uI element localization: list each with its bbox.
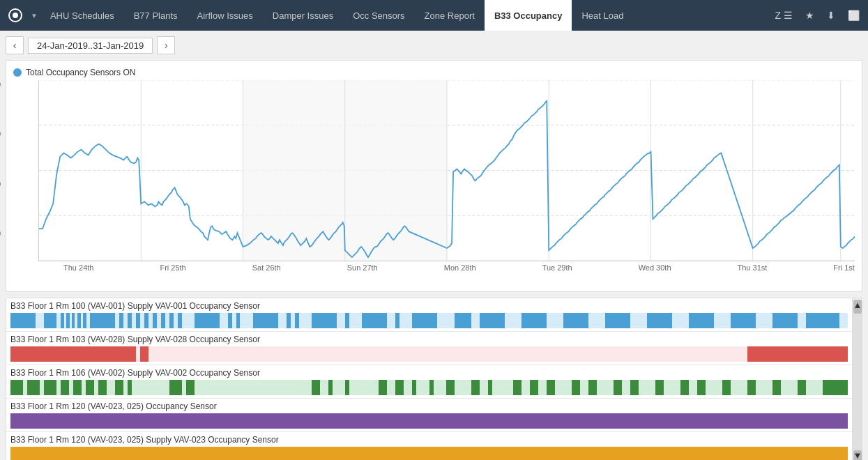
gantt-segment <box>61 380 69 395</box>
legend-dot <box>13 68 22 77</box>
gantt-segment <box>228 313 232 328</box>
gantt-row: B33 Floor 1 Rm 120 (VAV-023, 025) Supply… <box>6 432 852 460</box>
gantt-segment <box>379 380 387 395</box>
gantt-segment <box>10 346 136 362</box>
gantt-segment <box>345 380 349 395</box>
layout-icon[interactable]: ⬜ <box>842 0 865 31</box>
gantt-segment <box>169 380 182 395</box>
chart-panel: Total Occupancy Sensors ON 40 30 20 10 0 <box>6 60 862 292</box>
gantt-segment <box>115 380 123 395</box>
x-axis-labels: Thu 24th Fri 25th Sat 26th Sun 27th Mon … <box>38 263 855 272</box>
gantt-segment <box>236 313 240 328</box>
gantt-segment <box>161 313 165 328</box>
chart-area <box>38 80 855 261</box>
gantt-segment <box>44 380 56 395</box>
gantt-segment <box>614 380 622 395</box>
gantt-row: B33 Floor 1 Rm 103 (VAV-028) Supply VAV-… <box>6 332 852 365</box>
gantt-segment <box>287 313 291 328</box>
gantt-segment <box>119 313 123 328</box>
gantt-segment <box>563 313 588 328</box>
prev-date-btn[interactable]: ‹ <box>6 36 24 54</box>
gantt-row-label: B33 Floor 1 Rm 106 (VAV-002) Supply VAV-… <box>10 368 848 378</box>
gantt-segment <box>630 380 639 395</box>
star-icon[interactable]: ★ <box>800 0 820 31</box>
nav-tab-damper-issues[interactable]: Damper Issues <box>263 0 343 31</box>
gantt-scrollbar[interactable]: ▲ ▼ <box>852 298 862 460</box>
logo-dropdown[interactable]: ▼ <box>28 12 40 20</box>
date-nav: ‹ 24-Jan-2019..31-Jan-2019 › <box>6 36 862 54</box>
gantt-segment <box>747 346 848 362</box>
nav-tab-heat-load[interactable]: Heat Load <box>572 0 633 31</box>
gantt-segment <box>178 313 182 328</box>
gantt-segment <box>731 313 756 328</box>
gantt-segment <box>10 313 36 328</box>
gantt-segment <box>10 447 848 460</box>
nav-tab-ahu-schedules[interactable]: AHU Schedules <box>40 0 124 31</box>
gantt-segment <box>61 313 64 328</box>
gantt-segment <box>395 380 404 395</box>
gantt-segment <box>72 313 75 328</box>
gantt-bar-area <box>10 380 848 395</box>
gantt-segment <box>27 380 40 395</box>
scroll-up-arrow[interactable]: ▲ <box>853 300 862 314</box>
gantt-segment <box>362 313 387 328</box>
gantt-segment <box>328 380 333 395</box>
gantt-segment <box>772 380 781 395</box>
gantt-segment <box>395 313 399 328</box>
gantt-segment <box>412 380 416 395</box>
gantt-segment <box>136 313 140 328</box>
scroll-down-arrow[interactable]: ▼ <box>853 450 862 460</box>
nav-right-icons: Z ☰ ★ ⬇ ⬜ <box>770 0 865 31</box>
gantt-segment <box>73 380 82 395</box>
gantt-row-label: B33 Floor 1 Rm 103 (VAV-028) Supply VAV-… <box>10 335 848 344</box>
gantt-segment <box>128 313 132 328</box>
legend-label: Total Occupancy Sensors ON <box>26 68 135 77</box>
nav-tab-b33-occupancy[interactable]: B33 Occupancy <box>485 0 572 31</box>
gantt-segment <box>140 346 149 362</box>
gantt-bar-area <box>10 313 848 328</box>
z-list-icon[interactable]: Z ☰ <box>770 0 798 31</box>
gantt-segment <box>77 313 81 328</box>
gantt-segment <box>471 380 480 395</box>
gantt-segment <box>722 380 731 395</box>
nav-tab-b77-plants[interactable]: B77 Plants <box>124 0 188 31</box>
next-date-btn[interactable]: › <box>157 36 175 54</box>
gantt-segment <box>572 380 580 395</box>
gantt-segment <box>10 413 848 429</box>
gantt-panel: B33 Floor 1 Rm 100 (VAV-001) Supply VAV-… <box>6 298 862 460</box>
gantt-row: B33 Floor 1 Rm 100 (VAV-001) Supply VAV-… <box>6 298 852 332</box>
svg-rect-7 <box>243 80 345 261</box>
nav-tab-airflow-issues[interactable]: Airflow Issues <box>188 0 263 31</box>
gantt-segment <box>169 313 174 328</box>
gantt-segment <box>547 380 555 395</box>
nav-tab-occ-sensors[interactable]: Occ Sensors <box>343 0 414 31</box>
gantt-segment <box>295 313 299 328</box>
download-icon[interactable]: ⬇ <box>821 0 841 31</box>
gantt-segment <box>345 313 349 328</box>
gantt-segment <box>312 313 337 328</box>
gantt-bar-area <box>10 413 848 429</box>
gantt-row-label: B33 Floor 1 Rm 120 (VAV-023, 025) Occupa… <box>10 401 848 411</box>
gantt-row: B33 Floor 1 Rm 106 (VAV-002) Supply VAV-… <box>6 365 852 399</box>
top-nav: ▼ AHU Schedules B77 Plants Airflow Issue… <box>0 0 868 31</box>
gantt-segment <box>480 313 505 328</box>
gantt-segment <box>186 380 195 395</box>
gantt-segment <box>772 313 798 328</box>
gantt-segment <box>806 313 839 328</box>
gantt-segment <box>680 380 689 395</box>
chart-svg <box>39 80 855 261</box>
gantt-content[interactable]: B33 Floor 1 Rm 100 (VAV-001) Supply VAV-… <box>6 298 852 460</box>
gantt-segment <box>44 313 56 328</box>
gantt-row-label: B33 Floor 1 Rm 100 (VAV-001) Supply VAV-… <box>10 301 848 311</box>
app-logo[interactable] <box>3 3 28 28</box>
gantt-segment <box>253 313 278 328</box>
gantt-segment <box>128 380 132 395</box>
gantt-segment <box>412 313 437 328</box>
gantt-segment <box>83 313 86 328</box>
gantt-segment <box>90 313 115 328</box>
gantt-segment <box>144 313 149 328</box>
gantt-segment <box>823 380 848 395</box>
gantt-row: B33 Floor 1 Rm 120 (VAV-023, 025) Occupa… <box>6 399 852 432</box>
nav-tab-zone-report[interactable]: Zone Report <box>415 0 485 31</box>
gantt-segment <box>10 380 23 395</box>
